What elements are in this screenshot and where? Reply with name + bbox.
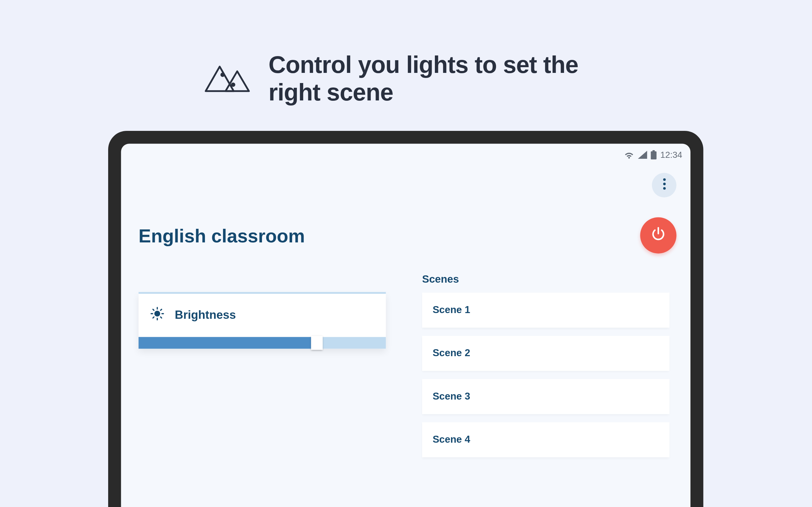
- scene-item[interactable]: Scene 4: [422, 422, 670, 458]
- scene-item[interactable]: Scene 2: [422, 336, 670, 371]
- svg-line-14: [153, 317, 154, 318]
- tablet-screen: 12:34 English classroom Brightness: [121, 144, 691, 507]
- svg-line-12: [153, 309, 154, 310]
- tablet-frame: 12:34 English classroom Brightness: [108, 131, 703, 507]
- brightness-icon: [150, 307, 164, 323]
- svg-point-4: [663, 178, 665, 181]
- signal-icon: [638, 151, 647, 159]
- more-vertical-icon: [663, 178, 665, 192]
- brightness-slider-fill: [139, 337, 316, 349]
- svg-point-1: [232, 83, 234, 86]
- svg-rect-3: [653, 150, 655, 152]
- scenes-section: Scenes Scene 1 Scene 2 Scene 3 Scene 4: [422, 274, 670, 465]
- svg-rect-2: [651, 151, 657, 159]
- svg-point-0: [221, 73, 223, 76]
- scene-item[interactable]: Scene 1: [422, 292, 670, 328]
- battery-icon: [651, 150, 657, 159]
- svg-line-15: [160, 309, 161, 310]
- svg-point-6: [663, 187, 665, 189]
- brightness-label: Brightness: [175, 308, 236, 321]
- wifi-icon: [624, 151, 635, 159]
- power-icon: [651, 227, 666, 244]
- brightness-card: Brightness: [139, 292, 386, 349]
- room-title: English classroom: [139, 225, 305, 247]
- scene-item[interactable]: Scene 3: [422, 379, 670, 414]
- svg-point-5: [663, 183, 665, 185]
- more-menu-button[interactable]: [652, 173, 676, 198]
- scenes-heading: Scenes: [422, 274, 670, 286]
- page-title: Control you lights to set the right scen…: [268, 51, 609, 106]
- svg-line-13: [160, 317, 161, 318]
- power-button[interactable]: [640, 217, 676, 253]
- brightness-slider[interactable]: [139, 337, 386, 349]
- mountain-logo-icon: [203, 62, 251, 96]
- brightness-slider-thumb[interactable]: [311, 336, 322, 350]
- status-time: 12:34: [660, 150, 682, 159]
- status-bar: 12:34: [624, 150, 682, 159]
- page-header: Control you lights to set the right scen…: [203, 51, 609, 106]
- svg-point-7: [154, 311, 160, 317]
